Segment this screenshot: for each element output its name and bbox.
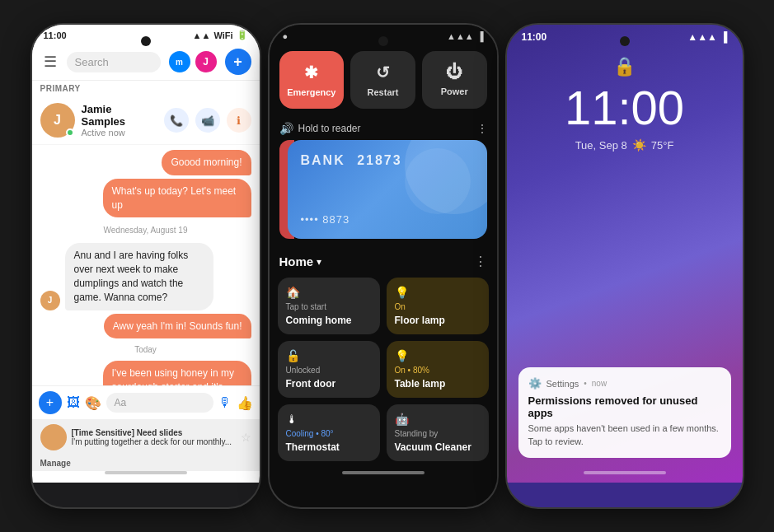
msg-bubble-sent-2: What's up today? Let's meet up bbox=[103, 179, 251, 218]
notif-card-body: Some apps haven't been used in a few mon… bbox=[528, 422, 721, 448]
thermostat-subtitle: Cooling • 80° bbox=[286, 429, 372, 438]
battery-icon: 🔋 bbox=[237, 30, 248, 40]
home-grid: 🏠 Tap to start Coming home 💡 On Floor la… bbox=[278, 278, 489, 461]
vacuum-title: Vacuum Cleaner bbox=[395, 441, 481, 453]
message-input[interactable]: Aa bbox=[106, 393, 213, 413]
lock-status-time: 11:00 bbox=[522, 31, 547, 43]
home-tile-floor-lamp[interactable]: 💡 On Floor lamp bbox=[387, 278, 489, 334]
notif-card-header: ⚙️ Settings • now bbox=[528, 377, 721, 390]
notif-body: I'm putting together a deck for our mont… bbox=[72, 437, 232, 446]
front-door-icon: 🔓 bbox=[286, 349, 372, 362]
home-menu-icon[interactable]: ⋮ bbox=[474, 254, 487, 269]
avatar-messenger: m bbox=[167, 49, 192, 74]
camera-dot-2 bbox=[378, 36, 388, 46]
messaging-header: ☰ Search m J + bbox=[32, 45, 260, 81]
lock-signal-icon: ▲▲▲ bbox=[687, 31, 717, 43]
video-icon[interactable]: 📹 bbox=[195, 108, 220, 133]
power-buttons-row: ✱ Emergency ↺ Restart ⏻ Power bbox=[270, 44, 497, 115]
home-tile-vacuum[interactable]: 🤖 Standing by Vacuum Cleaner bbox=[387, 404, 489, 461]
signal-icon-2: ▲▲▲ bbox=[447, 31, 474, 41]
status-dot-2: ● bbox=[283, 31, 288, 41]
nfc-menu-icon[interactable]: ⋮ bbox=[477, 123, 487, 134]
nfc-label: Hold to reader bbox=[298, 123, 361, 134]
notif-card-title: Permissions removed for unused apps bbox=[528, 394, 721, 419]
contact-action-icons: 📞 📹 ℹ bbox=[164, 108, 251, 133]
coming-home-subtitle: Tap to start bbox=[286, 302, 372, 311]
phone-icon[interactable]: 📞 bbox=[164, 108, 189, 133]
notif-text: [Time Sensitive] Need slides I'm putting… bbox=[72, 428, 236, 446]
msg-bubble-sent-1: Goood morning! bbox=[162, 150, 251, 175]
camera-dot-3 bbox=[620, 36, 630, 46]
card-number: •••• 8873 bbox=[301, 213, 350, 226]
coming-home-title: Coming home bbox=[286, 315, 372, 326]
home-tile-coming-home[interactable]: 🏠 Tap to start Coming home bbox=[278, 278, 380, 334]
speaker-icon: 🔊 bbox=[279, 122, 293, 135]
notification-bar[interactable]: [Time Sensitive] Need slides I'm putting… bbox=[32, 419, 260, 455]
lock-spacer bbox=[507, 155, 743, 354]
lock-icon: 🔒 bbox=[507, 46, 743, 81]
status-icons-1: ▲▲ WiFi 🔋 bbox=[193, 30, 248, 40]
lock-screen: 11:00 ▲▲▲ ▐ 🔒 11:00 Tue, Sep 8 ☀️ 75°F bbox=[507, 25, 743, 483]
mini-avatar-1: J bbox=[40, 291, 60, 310]
battery-icon-2: ▐ bbox=[477, 31, 484, 41]
camera-dot bbox=[141, 36, 151, 46]
search-placeholder: Search bbox=[75, 56, 109, 68]
wifi-icon: WiFi bbox=[213, 30, 232, 40]
floor-lamp-icon: 💡 bbox=[395, 286, 481, 299]
signal-icon: ▲▲ bbox=[193, 30, 211, 40]
notif-card-app: Settings bbox=[546, 379, 579, 389]
vacuum-icon: 🤖 bbox=[395, 413, 481, 426]
home-tile-thermostat[interactable]: 🌡 Cooling • 80° Thermostat bbox=[278, 404, 380, 461]
bank-card[interactable]: BANK 21873 •••• 8873 bbox=[288, 140, 487, 239]
manage-button[interactable]: Manage bbox=[40, 459, 71, 468]
emergency-label: Emergency bbox=[287, 87, 335, 97]
table-lamp-subtitle: On • 80% bbox=[395, 366, 481, 375]
thermostat-icon: 🌡 bbox=[286, 413, 372, 426]
received-row-1: J Anu and I are having folks over next w… bbox=[40, 243, 251, 310]
permission-notification-card[interactable]: ⚙️ Settings • now Permissions removed fo… bbox=[518, 367, 731, 458]
like-icon[interactable]: 👍 bbox=[237, 395, 253, 411]
mic-icon[interactable]: 🎙 bbox=[218, 395, 232, 410]
emergency-icon: ✱ bbox=[304, 63, 318, 82]
avatar-stack: m J bbox=[167, 49, 218, 74]
table-lamp-icon: 💡 bbox=[395, 349, 481, 362]
phone-messaging: 11:00 ▲▲ WiFi 🔋 ☰ Search m J + bbox=[30, 23, 261, 509]
front-door-subtitle: Unlocked bbox=[286, 366, 372, 375]
home-dropdown-icon[interactable]: ▾ bbox=[317, 256, 321, 268]
search-bar[interactable]: Search bbox=[67, 52, 161, 72]
floor-lamp-title: Floor lamp bbox=[395, 315, 481, 326]
msg-bubble-sent-4: I've been using honey in my sourdough st… bbox=[103, 361, 251, 385]
notif-title: [Time Sensitive] Need slides bbox=[72, 428, 183, 437]
contact-status: Active now bbox=[82, 128, 157, 138]
message-input-bar: + 🖼 🎨 Aa 🎙 👍 bbox=[32, 385, 260, 419]
msg-bubble-sent-3: Aww yeah I'm in! Sounds fun! bbox=[104, 314, 251, 339]
home-tile-table-lamp[interactable]: 💡 On • 80% Table lamp bbox=[387, 341, 489, 398]
image-icon[interactable]: 🖼 bbox=[67, 395, 80, 410]
contact-row[interactable]: J Jamie Samples Active now 📞 📹 ℹ bbox=[32, 96, 260, 145]
sticker-icon[interactable]: 🎨 bbox=[85, 395, 101, 411]
home-indicator-2 bbox=[342, 471, 425, 474]
power-label: Power bbox=[441, 86, 468, 96]
lock-date-weather: Tue, Sep 8 ☀️ 75°F bbox=[507, 135, 743, 155]
online-indicator bbox=[66, 128, 74, 137]
home-tile-front-door[interactable]: 🔓 Unlocked Front door bbox=[278, 341, 380, 398]
home-section: Home ▾ ⋮ 🏠 Tap to start Coming home 💡 On bbox=[270, 245, 497, 471]
messaging-screen: 11:00 ▲▲ WiFi 🔋 ☰ Search m J + bbox=[32, 25, 260, 483]
lock-time: 11:00 bbox=[507, 81, 743, 135]
menu-icon[interactable]: ☰ bbox=[40, 49, 60, 74]
nfc-section: 🔊 Hold to reader ⋮ BANK 21873 •••• 8873 bbox=[270, 115, 497, 245]
compose-button[interactable]: + bbox=[225, 49, 251, 75]
contact-name: Jamie Samples bbox=[82, 103, 157, 128]
emergency-button[interactable]: ✱ Emergency bbox=[279, 51, 345, 109]
info-icon[interactable]: ℹ bbox=[227, 108, 251, 133]
power-button[interactable]: ⏻ Power bbox=[422, 51, 487, 109]
contact-info: Jamie Samples Active now bbox=[82, 103, 157, 138]
home-header: Home ▾ ⋮ bbox=[278, 245, 489, 278]
star-icon[interactable]: ☆ bbox=[241, 431, 251, 444]
notif-card-timestamp: now bbox=[592, 379, 607, 388]
input-placeholder: Aa bbox=[115, 397, 127, 408]
restart-button[interactable]: ↺ Restart bbox=[350, 51, 415, 109]
phones-container: 11:00 ▲▲ WiFi 🔋 ☰ Search m J + bbox=[22, 15, 753, 517]
weather-temp: 75°F bbox=[651, 139, 674, 152]
add-attachment-button[interactable]: + bbox=[39, 391, 62, 414]
